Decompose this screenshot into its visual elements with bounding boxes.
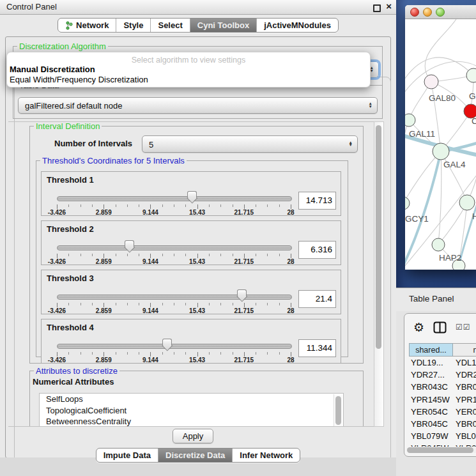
tab-network[interactable]: Network bbox=[58, 19, 116, 32]
slider-track[interactable] bbox=[57, 344, 292, 349]
table-row[interactable]: YBL079WYBL0 bbox=[409, 430, 476, 442]
threshold-label: Threshold 2 bbox=[47, 224, 94, 234]
network-node[interactable] bbox=[459, 195, 475, 210]
scale-label: 2.859 bbox=[96, 209, 112, 216]
numerical-attributes-list[interactable]: SelfLoopsTopologicalCoefficientBetweenne… bbox=[39, 393, 344, 427]
node-label: HAP2 bbox=[439, 253, 461, 263]
network-node[interactable] bbox=[424, 75, 438, 89]
attributes-group: Attributes to discretize Numerical Attri… bbox=[29, 371, 364, 427]
number-of-intervals-value: 5 bbox=[149, 139, 153, 149]
popup-hint: Select algorithm to view settings bbox=[7, 56, 370, 65]
scale-label: -3.426 bbox=[48, 357, 66, 364]
apply-button[interactable]: Apply bbox=[173, 429, 213, 443]
node-label: H bbox=[472, 211, 476, 221]
main-scrollbar[interactable] bbox=[374, 121, 384, 427]
table-data-combobox[interactable]: galFiltered.sif default node ▲▼ bbox=[18, 97, 378, 114]
table-row[interactable]: YPR145WYPR1 bbox=[409, 394, 476, 406]
network-node[interactable] bbox=[405, 114, 415, 127]
number-of-intervals-combobox[interactable]: 5 ▲▼ bbox=[142, 135, 358, 153]
attribute-item[interactable]: TopologicalCoefficient bbox=[40, 405, 343, 417]
network-node[interactable] bbox=[405, 197, 410, 210]
close-icon[interactable]: × bbox=[386, 1, 392, 12]
zoom-traffic-light-icon[interactable] bbox=[436, 8, 445, 17]
table-row[interactable]: YDL19...YDL1 bbox=[409, 357, 476, 369]
table-horizontal-scrollbar[interactable] bbox=[407, 447, 476, 453]
slider-scale-labels: -3.4262.8599.14415.4321.71528 bbox=[57, 258, 291, 266]
scrollbar-thumb[interactable] bbox=[335, 396, 341, 425]
bottom-tab-bar: Impute DataDiscretize DataInfer Network bbox=[0, 448, 396, 463]
threshold-value-field[interactable]: 11.344 bbox=[298, 339, 336, 357]
slider-track[interactable] bbox=[57, 196, 292, 201]
tab-discretize-data[interactable]: Discretize Data bbox=[158, 449, 232, 462]
cell-shared-name: YBR045C bbox=[409, 418, 453, 430]
minimize-traffic-light-icon[interactable] bbox=[423, 8, 432, 17]
float-window-icon[interactable] bbox=[373, 4, 381, 12]
node-attribute-table[interactable]: shared... n YDL19...YDL1YDR27...YDR2YBR0… bbox=[409, 343, 476, 447]
select-checkboxes-icon[interactable]: ☑☑ bbox=[456, 323, 471, 332]
network-canvas[interactable]: GAL80GCGAL11GAL4GCY1HHAP2 bbox=[405, 19, 476, 270]
node-label: GAL4 bbox=[443, 160, 466, 169]
slider-thumb[interactable] bbox=[125, 240, 134, 252]
popup-item[interactable]: Manual Discretization bbox=[7, 65, 370, 75]
attributes-title: Attributes to discretize bbox=[34, 366, 119, 376]
table-row[interactable]: YLR345WYLR3 bbox=[409, 442, 476, 447]
tab-impute-data[interactable]: Impute Data bbox=[96, 449, 158, 462]
table-row[interactable]: YER054CYER0 bbox=[409, 406, 476, 418]
table-row[interactable]: YDR27...YDR2 bbox=[409, 369, 476, 381]
threshold-value-field[interactable]: 14.713 bbox=[298, 192, 336, 210]
combo-arrows-icon: ▲▼ bbox=[369, 102, 372, 108]
thresholds-group: Threshold's Coordinates for 5 Intervals … bbox=[36, 160, 348, 357]
interval-definition-title: Interval Definition bbox=[34, 121, 102, 131]
threshold-value-field[interactable]: 21.4 bbox=[298, 290, 336, 308]
network-node[interactable] bbox=[433, 143, 449, 160]
network-node[interactable] bbox=[432, 238, 445, 251]
column-header-name[interactable]: n bbox=[453, 343, 476, 357]
attribute-item[interactable]: SelfLoops bbox=[40, 394, 343, 405]
tab-style[interactable]: Style bbox=[116, 19, 150, 32]
attributes-scrollbar[interactable] bbox=[334, 394, 342, 427]
attribute-item[interactable]: BetweennessCentrality bbox=[40, 416, 343, 427]
scale-label: 28 bbox=[287, 209, 294, 216]
threshold-label: Threshold 1 bbox=[47, 175, 94, 185]
tab-jactivemnodules[interactable]: jActiveMNodules bbox=[256, 19, 338, 32]
threshold-row: Threshold 1 -3.4262.8599.14415.4321.7152… bbox=[41, 171, 341, 216]
slider-track[interactable] bbox=[57, 245, 292, 250]
network-window-titlebar bbox=[405, 5, 476, 19]
slider-track[interactable] bbox=[57, 295, 292, 300]
column-header-shared-name[interactable]: shared... bbox=[409, 343, 453, 357]
table-toolbar: ⚙ ☑☑ bbox=[404, 314, 476, 341]
settings-gear-icon[interactable]: ⚙ bbox=[413, 321, 424, 334]
cell-shared-name: YDR27... bbox=[409, 369, 453, 381]
popup-item[interactable]: Equal Width/Frequency Discretization bbox=[7, 75, 370, 85]
cell-name: YDR2 bbox=[453, 369, 476, 381]
table-row[interactable]: YBR045CYBR0 bbox=[409, 418, 476, 430]
table-header-row: shared... n bbox=[409, 343, 476, 357]
cell-shared-name: YDL19... bbox=[409, 357, 453, 369]
scale-label: 28 bbox=[287, 307, 294, 314]
interval-definition-group: Interval Definition Number of Intervals … bbox=[29, 126, 364, 364]
node-label: G bbox=[469, 91, 476, 101]
threshold-value-field[interactable]: 6.316 bbox=[298, 241, 336, 259]
tab-select[interactable]: Select bbox=[150, 19, 189, 32]
scale-label: 15.43 bbox=[189, 209, 205, 216]
tab-label: Network bbox=[76, 20, 109, 30]
threshold-label: Threshold 4 bbox=[47, 323, 94, 332]
control-panel-titlebar: Control Panel × bbox=[0, 0, 396, 15]
split-columns-icon[interactable] bbox=[433, 321, 447, 334]
cell-shared-name: YPR145W bbox=[409, 394, 453, 406]
slider-thumb[interactable] bbox=[162, 339, 172, 351]
table-row[interactable]: YBR043CYBR0 bbox=[409, 381, 476, 393]
scrollbar-thumb[interactable] bbox=[376, 125, 381, 349]
scale-label: 9.144 bbox=[142, 307, 158, 314]
scrollbar-thumb[interactable] bbox=[407, 447, 473, 453]
slider-thumb[interactable] bbox=[237, 289, 247, 302]
close-traffic-light-icon[interactable] bbox=[410, 8, 419, 17]
threshold-label: Threshold 3 bbox=[47, 273, 94, 283]
cell-name: YLR3 bbox=[453, 442, 476, 447]
table-panel-title: Table Panel bbox=[409, 294, 454, 303]
tab-infer-network[interactable]: Infer Network bbox=[232, 449, 300, 462]
tab-cyni-toolbox[interactable]: Cyni Toolbox bbox=[190, 19, 256, 32]
threshold-row: Threshold 3 -3.4262.8599.14415.4321.7152… bbox=[41, 270, 341, 314]
scale-label: 21.715 bbox=[234, 307, 254, 314]
slider-thumb[interactable] bbox=[187, 191, 197, 203]
